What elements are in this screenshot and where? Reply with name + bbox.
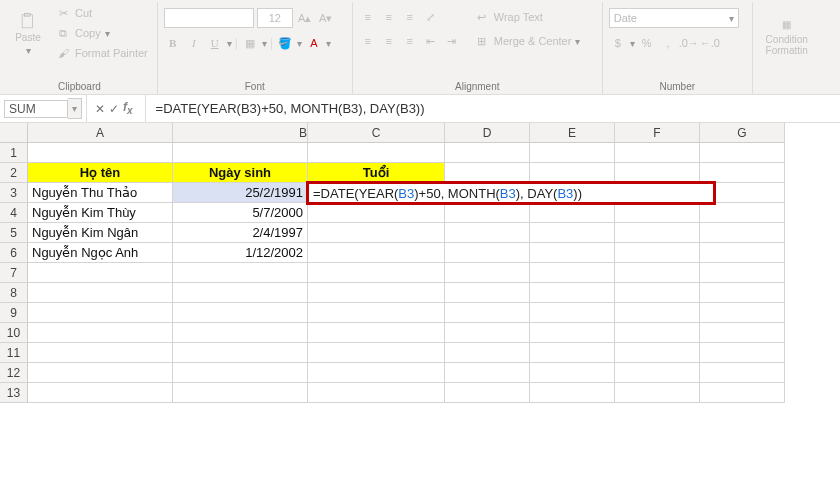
cell[interactable]	[28, 263, 173, 283]
cell[interactable]	[308, 323, 445, 343]
cell[interactable]: Nguyễn Ngọc Anh	[28, 243, 173, 263]
cell[interactable]	[615, 383, 700, 403]
header-cell[interactable]: Họ tên	[28, 163, 173, 183]
cell[interactable]	[28, 143, 173, 163]
cell[interactable]	[530, 163, 615, 183]
row-header[interactable]: 2	[0, 163, 28, 183]
cell[interactable]: 25/2/1991	[173, 183, 308, 203]
font-color-button[interactable]: A	[305, 34, 323, 52]
name-box-input[interactable]: SUM	[4, 100, 68, 118]
increase-decimal-icon[interactable]: .0→	[680, 34, 698, 52]
cell[interactable]	[615, 143, 700, 163]
conditional-formatting-button[interactable]: ▦ Condition Formattin	[759, 4, 815, 56]
row-header[interactable]: 5	[0, 223, 28, 243]
row-header[interactable]: 1	[0, 143, 28, 163]
cell[interactable]	[530, 223, 615, 243]
cell[interactable]	[28, 303, 173, 323]
cell[interactable]	[530, 343, 615, 363]
cell[interactable]	[530, 243, 615, 263]
header-cell[interactable]: Tuổi	[308, 163, 445, 183]
cell[interactable]	[308, 363, 445, 383]
currency-button[interactable]: $	[609, 34, 627, 52]
cell[interactable]: 2/4/1997	[173, 223, 308, 243]
cell[interactable]	[530, 363, 615, 383]
align-middle-icon[interactable]: ≡	[380, 8, 398, 26]
row-header[interactable]: 10	[0, 323, 28, 343]
decrease-font-icon[interactable]: A▾	[317, 9, 335, 27]
accept-formula-button[interactable]: ✓	[109, 102, 119, 116]
cell[interactable]	[530, 303, 615, 323]
cell[interactable]	[173, 143, 308, 163]
cell[interactable]: Nguyễn Thu Thảo	[28, 183, 173, 203]
fill-color-button[interactable]: 🪣	[276, 34, 294, 52]
align-right-icon[interactable]: ≡	[401, 32, 419, 50]
align-bottom-icon[interactable]: ≡	[401, 8, 419, 26]
paste-button[interactable]: Paste ▾	[8, 4, 48, 56]
cell[interactable]	[308, 143, 445, 163]
cell[interactable]	[700, 343, 785, 363]
row-header[interactable]: 6	[0, 243, 28, 263]
comma-button[interactable]: ,	[659, 34, 677, 52]
row-header[interactable]: 13	[0, 383, 28, 403]
cell[interactable]	[28, 283, 173, 303]
row-header[interactable]: 3	[0, 183, 28, 203]
row-header[interactable]: 8	[0, 283, 28, 303]
indent-increase-icon[interactable]: ⇥	[443, 32, 461, 50]
cell[interactable]	[615, 283, 700, 303]
col-header-B[interactable]: B	[173, 123, 308, 143]
cell[interactable]	[700, 383, 785, 403]
cell[interactable]	[530, 323, 615, 343]
cell[interactable]	[445, 223, 530, 243]
cell[interactable]	[615, 363, 700, 383]
row-header[interactable]: 4	[0, 203, 28, 223]
cell[interactable]	[445, 203, 530, 223]
cut-button[interactable]: ✂ Cut	[52, 4, 151, 22]
cell[interactable]	[700, 263, 785, 283]
cell[interactable]	[700, 303, 785, 323]
cell[interactable]	[173, 383, 308, 403]
name-box-dropdown[interactable]: ▾	[68, 98, 82, 119]
row-header[interactable]: 12	[0, 363, 28, 383]
cell[interactable]	[530, 143, 615, 163]
row-header[interactable]: 9	[0, 303, 28, 323]
align-center-icon[interactable]: ≡	[380, 32, 398, 50]
cell[interactable]: Nguyễn Kim Ngân	[28, 223, 173, 243]
cell[interactable]	[530, 203, 615, 223]
formula-bar-input[interactable]: =DATE(YEAR(B3)+50, MONTH(B3), DAY(B3))	[146, 99, 840, 118]
cell[interactable]	[615, 223, 700, 243]
format-painter-button[interactable]: 🖌 Format Painter	[52, 44, 151, 62]
cell[interactable]	[615, 203, 700, 223]
cell[interactable]	[700, 163, 785, 183]
cell[interactable]	[173, 263, 308, 283]
cell[interactable]: Nguyễn Kim Thùy	[28, 203, 173, 223]
cell[interactable]	[615, 263, 700, 283]
cell[interactable]	[615, 323, 700, 343]
border-button[interactable]: ▦	[241, 34, 259, 52]
col-header-D[interactable]: D	[445, 123, 530, 143]
cell[interactable]	[308, 263, 445, 283]
cell[interactable]	[308, 243, 445, 263]
indent-decrease-icon[interactable]: ⇤	[422, 32, 440, 50]
cell[interactable]	[28, 323, 173, 343]
cell[interactable]: 5/7/2000	[173, 203, 308, 223]
italic-button[interactable]: I	[185, 34, 203, 52]
percent-button[interactable]: %	[638, 34, 656, 52]
cell[interactable]	[530, 263, 615, 283]
copy-button[interactable]: ⧉ Copy ▾	[52, 24, 151, 42]
cell[interactable]	[700, 243, 785, 263]
underline-button[interactable]: U	[206, 34, 224, 52]
cell[interactable]: 1/12/2002	[173, 243, 308, 263]
cell[interactable]	[308, 283, 445, 303]
align-top-icon[interactable]: ≡	[359, 8, 377, 26]
cell[interactable]	[700, 363, 785, 383]
cell[interactable]	[445, 283, 530, 303]
cell[interactable]	[445, 303, 530, 323]
cell[interactable]	[308, 303, 445, 323]
cell[interactable]	[615, 243, 700, 263]
select-all-corner[interactable]	[0, 123, 28, 143]
cell[interactable]	[308, 203, 445, 223]
cell[interactable]	[28, 343, 173, 363]
font-name-select[interactable]	[164, 8, 254, 28]
cell[interactable]	[615, 343, 700, 363]
align-left-icon[interactable]: ≡	[359, 32, 377, 50]
